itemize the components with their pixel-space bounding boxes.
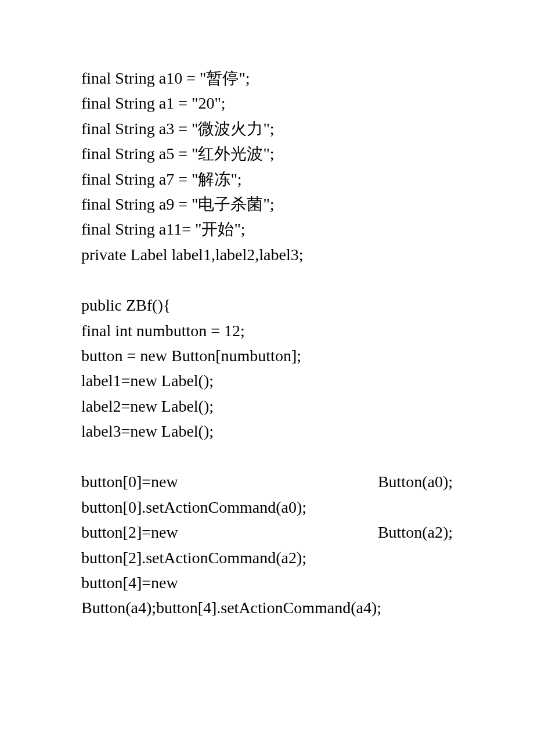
code-line: final String a3 = "微波火力"; [81,116,453,141]
code-text: public ZBf(){ [81,296,171,314]
code-text: private Label label1,label2,label3; [81,246,304,264]
blank-line [81,267,453,293]
code-text-left: button[0]=new [81,473,178,491]
blank-line [81,444,453,469]
code-line: label1=new Label(); [81,368,453,393]
code-line: private Label label1,label2,label3; [81,242,453,267]
code-line: button[4]=new [81,570,453,595]
code-text-left: button[2]=new [81,523,178,541]
code-text-right: Button(a2); [378,523,453,541]
code-line: button[2]=new Button(a2); [81,520,453,545]
code-line: public ZBf(){ [81,293,453,318]
code-line: button[0]=new Button(a0); [81,469,453,494]
code-line: final String a1 = "20"; [81,91,453,116]
code-text: button[4]=new [81,574,178,592]
code-line: label2=new Label(); [81,394,453,419]
code-line: button = new Button[numbutton]; [81,343,453,368]
code-line: button[0].setActionCommand(a0); [81,495,453,520]
code-line: label3=new Label(); [81,419,453,444]
code-line: Button(a4);button[4].setActionCommand(a4… [81,595,453,620]
code-text-right: Button(a0); [378,473,453,491]
document-page: final String a10 = "暂停"; final String a1… [0,0,534,756]
code-line: final String a10 = "暂停"; [81,66,453,91]
code-line: final String a7 = "解冻"; [81,167,453,192]
code-line: final String a11= "开始"; [81,217,453,242]
code-line: button[2].setActionCommand(a2); [81,545,453,570]
code-line: final String a9 = "电子杀菌"; [81,192,453,217]
code-line: final String a5 = "红外光波"; [81,141,453,166]
code-line: final int numbutton = 12; [81,318,453,343]
